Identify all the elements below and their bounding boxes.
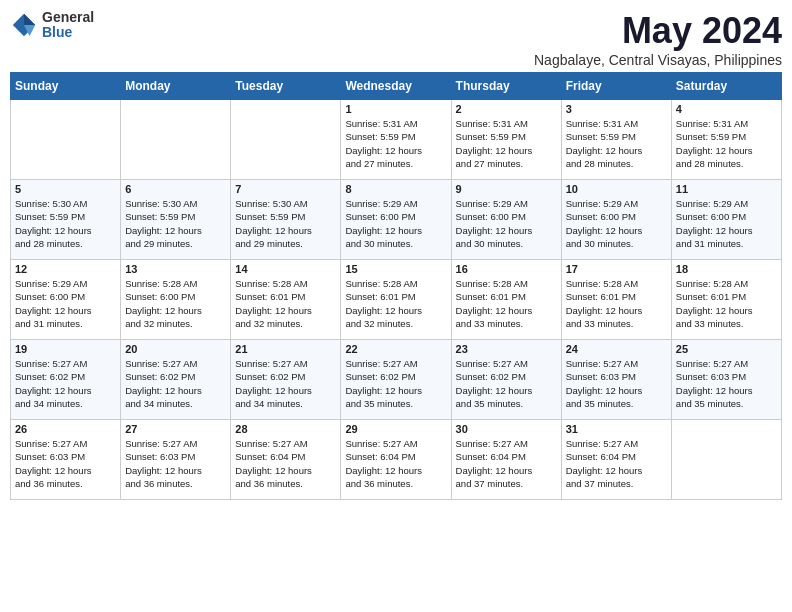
day-number: 11 — [676, 183, 777, 195]
calendar-cell — [11, 100, 121, 180]
logo-general: General — [42, 10, 94, 25]
calendar-cell: 28Sunrise: 5:27 AM Sunset: 6:04 PM Dayli… — [231, 420, 341, 500]
day-number: 30 — [456, 423, 557, 435]
day-number: 16 — [456, 263, 557, 275]
calendar-cell: 21Sunrise: 5:27 AM Sunset: 6:02 PM Dayli… — [231, 340, 341, 420]
day-info: Sunrise: 5:30 AM Sunset: 5:59 PM Dayligh… — [235, 197, 336, 250]
day-info: Sunrise: 5:29 AM Sunset: 6:00 PM Dayligh… — [456, 197, 557, 250]
day-info: Sunrise: 5:29 AM Sunset: 6:00 PM Dayligh… — [566, 197, 667, 250]
week-row-2: 12Sunrise: 5:29 AM Sunset: 6:00 PM Dayli… — [11, 260, 782, 340]
header-wednesday: Wednesday — [341, 73, 451, 100]
calendar-cell: 2Sunrise: 5:31 AM Sunset: 5:59 PM Daylig… — [451, 100, 561, 180]
day-number: 22 — [345, 343, 446, 355]
calendar-cell — [671, 420, 781, 500]
calendar-cell: 17Sunrise: 5:28 AM Sunset: 6:01 PM Dayli… — [561, 260, 671, 340]
header-saturday: Saturday — [671, 73, 781, 100]
calendar-cell: 12Sunrise: 5:29 AM Sunset: 6:00 PM Dayli… — [11, 260, 121, 340]
day-info: Sunrise: 5:27 AM Sunset: 6:02 PM Dayligh… — [345, 357, 446, 410]
header-row: SundayMondayTuesdayWednesdayThursdayFrid… — [11, 73, 782, 100]
day-info: Sunrise: 5:27 AM Sunset: 6:03 PM Dayligh… — [15, 437, 116, 490]
calendar-cell — [231, 100, 341, 180]
day-number: 3 — [566, 103, 667, 115]
day-number: 21 — [235, 343, 336, 355]
day-number: 4 — [676, 103, 777, 115]
calendar-cell: 19Sunrise: 5:27 AM Sunset: 6:02 PM Dayli… — [11, 340, 121, 420]
day-number: 13 — [125, 263, 226, 275]
day-info: Sunrise: 5:29 AM Sunset: 6:00 PM Dayligh… — [345, 197, 446, 250]
day-number: 17 — [566, 263, 667, 275]
day-info: Sunrise: 5:27 AM Sunset: 6:04 PM Dayligh… — [566, 437, 667, 490]
day-info: Sunrise: 5:28 AM Sunset: 6:01 PM Dayligh… — [235, 277, 336, 330]
day-number: 6 — [125, 183, 226, 195]
calendar-cell: 15Sunrise: 5:28 AM Sunset: 6:01 PM Dayli… — [341, 260, 451, 340]
day-info: Sunrise: 5:31 AM Sunset: 5:59 PM Dayligh… — [566, 117, 667, 170]
header-tuesday: Tuesday — [231, 73, 341, 100]
calendar-cell: 16Sunrise: 5:28 AM Sunset: 6:01 PM Dayli… — [451, 260, 561, 340]
calendar-cell: 7Sunrise: 5:30 AM Sunset: 5:59 PM Daylig… — [231, 180, 341, 260]
header-monday: Monday — [121, 73, 231, 100]
title-block: May 2024 Nagbalaye, Central Visayas, Phi… — [534, 10, 782, 68]
day-number: 26 — [15, 423, 116, 435]
calendar-cell: 13Sunrise: 5:28 AM Sunset: 6:00 PM Dayli… — [121, 260, 231, 340]
day-info: Sunrise: 5:27 AM Sunset: 6:02 PM Dayligh… — [125, 357, 226, 410]
day-info: Sunrise: 5:27 AM Sunset: 6:02 PM Dayligh… — [456, 357, 557, 410]
day-info: Sunrise: 5:27 AM Sunset: 6:04 PM Dayligh… — [235, 437, 336, 490]
day-number: 12 — [15, 263, 116, 275]
day-number: 31 — [566, 423, 667, 435]
subtitle: Nagbalaye, Central Visayas, Philippines — [534, 52, 782, 68]
week-row-4: 26Sunrise: 5:27 AM Sunset: 6:03 PM Dayli… — [11, 420, 782, 500]
day-info: Sunrise: 5:28 AM Sunset: 6:01 PM Dayligh… — [566, 277, 667, 330]
day-info: Sunrise: 5:27 AM Sunset: 6:04 PM Dayligh… — [345, 437, 446, 490]
day-info: Sunrise: 5:27 AM Sunset: 6:03 PM Dayligh… — [676, 357, 777, 410]
day-info: Sunrise: 5:27 AM Sunset: 6:02 PM Dayligh… — [15, 357, 116, 410]
day-info: Sunrise: 5:28 AM Sunset: 6:01 PM Dayligh… — [345, 277, 446, 330]
calendar-cell: 25Sunrise: 5:27 AM Sunset: 6:03 PM Dayli… — [671, 340, 781, 420]
day-info: Sunrise: 5:27 AM Sunset: 6:02 PM Dayligh… — [235, 357, 336, 410]
week-row-0: 1Sunrise: 5:31 AM Sunset: 5:59 PM Daylig… — [11, 100, 782, 180]
calendar-cell: 5Sunrise: 5:30 AM Sunset: 5:59 PM Daylig… — [11, 180, 121, 260]
day-number: 25 — [676, 343, 777, 355]
logo-icon — [10, 11, 38, 39]
day-info: Sunrise: 5:27 AM Sunset: 6:04 PM Dayligh… — [456, 437, 557, 490]
main-title: May 2024 — [534, 10, 782, 52]
day-number: 5 — [15, 183, 116, 195]
day-number: 27 — [125, 423, 226, 435]
calendar-cell: 1Sunrise: 5:31 AM Sunset: 5:59 PM Daylig… — [341, 100, 451, 180]
calendar-cell — [121, 100, 231, 180]
calendar-cell: 4Sunrise: 5:31 AM Sunset: 5:59 PM Daylig… — [671, 100, 781, 180]
day-info: Sunrise: 5:29 AM Sunset: 6:00 PM Dayligh… — [15, 277, 116, 330]
day-number: 10 — [566, 183, 667, 195]
day-number: 15 — [345, 263, 446, 275]
calendar-cell: 11Sunrise: 5:29 AM Sunset: 6:00 PM Dayli… — [671, 180, 781, 260]
day-number: 8 — [345, 183, 446, 195]
day-info: Sunrise: 5:29 AM Sunset: 6:00 PM Dayligh… — [676, 197, 777, 250]
calendar-cell: 10Sunrise: 5:29 AM Sunset: 6:00 PM Dayli… — [561, 180, 671, 260]
calendar-table: SundayMondayTuesdayWednesdayThursdayFrid… — [10, 72, 782, 500]
week-row-3: 19Sunrise: 5:27 AM Sunset: 6:02 PM Dayli… — [11, 340, 782, 420]
day-number: 9 — [456, 183, 557, 195]
calendar-cell: 30Sunrise: 5:27 AM Sunset: 6:04 PM Dayli… — [451, 420, 561, 500]
day-number: 19 — [15, 343, 116, 355]
day-number: 18 — [676, 263, 777, 275]
header-friday: Friday — [561, 73, 671, 100]
day-info: Sunrise: 5:30 AM Sunset: 5:59 PM Dayligh… — [125, 197, 226, 250]
calendar-cell: 22Sunrise: 5:27 AM Sunset: 6:02 PM Dayli… — [341, 340, 451, 420]
day-number: 24 — [566, 343, 667, 355]
calendar-cell: 26Sunrise: 5:27 AM Sunset: 6:03 PM Dayli… — [11, 420, 121, 500]
calendar-cell: 29Sunrise: 5:27 AM Sunset: 6:04 PM Dayli… — [341, 420, 451, 500]
page-header: General Blue May 2024 Nagbalaye, Central… — [10, 10, 782, 68]
day-number: 14 — [235, 263, 336, 275]
calendar-cell: 20Sunrise: 5:27 AM Sunset: 6:02 PM Dayli… — [121, 340, 231, 420]
day-info: Sunrise: 5:31 AM Sunset: 5:59 PM Dayligh… — [456, 117, 557, 170]
header-sunday: Sunday — [11, 73, 121, 100]
calendar-cell: 27Sunrise: 5:27 AM Sunset: 6:03 PM Dayli… — [121, 420, 231, 500]
day-number: 28 — [235, 423, 336, 435]
calendar-cell: 9Sunrise: 5:29 AM Sunset: 6:00 PM Daylig… — [451, 180, 561, 260]
day-info: Sunrise: 5:30 AM Sunset: 5:59 PM Dayligh… — [15, 197, 116, 250]
day-info: Sunrise: 5:31 AM Sunset: 5:59 PM Dayligh… — [345, 117, 446, 170]
calendar-cell: 3Sunrise: 5:31 AM Sunset: 5:59 PM Daylig… — [561, 100, 671, 180]
day-info: Sunrise: 5:31 AM Sunset: 5:59 PM Dayligh… — [676, 117, 777, 170]
logo-text: General Blue — [42, 10, 94, 41]
svg-marker-1 — [24, 14, 35, 25]
header-thursday: Thursday — [451, 73, 561, 100]
